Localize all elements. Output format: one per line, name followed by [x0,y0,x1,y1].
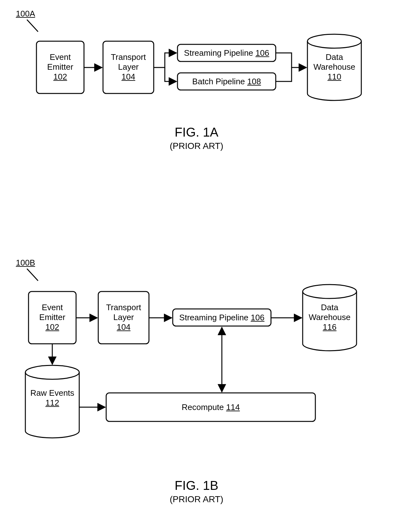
data-warehouse-label-b: Data Warehouse 116 [303,303,357,332]
svg-point-5 [303,285,357,298]
figB-subtitle: (PRIOR ART) [0,494,393,504]
arrow-transport-to-streaming-a [154,53,177,67]
svg-point-1 [307,34,361,48]
transport-layer-label-b: Transport Layer 104 [98,303,149,332]
data-warehouse-label-a: Data Warehouse 110 [307,52,361,82]
svg-line-4 [27,269,38,281]
figB-ref: 100B [16,258,35,268]
figA-title: FIG. 1A [0,125,393,139]
transport-layer-label-a: Transport Layer 104 [103,52,154,82]
arrow-transport-to-batch-a [165,67,177,81]
svg-point-8 [25,365,79,379]
figB-title: FIG. 1B [0,478,393,493]
arrow-pipelines-to-warehouse-a [276,53,306,67]
figA-subtitle: (PRIOR ART) [0,141,393,151]
raw-events-label-b: Raw Events 112 [25,388,79,408]
page: 100A [0,0,393,532]
recompute-label-b: Recompute 114 [106,402,315,412]
streaming-pipeline-label-b: Streaming Pipeline 106 [173,313,271,323]
svg-line-0 [27,20,38,32]
event-emitter-label-a: Event Emitter 102 [36,52,84,82]
streaming-pipeline-label-a: Streaming Pipeline 106 [177,48,276,58]
batch-pipeline-label-a: Batch Pipeline 108 [177,77,276,87]
event-emitter-label-b: Event Emitter 102 [29,303,76,332]
